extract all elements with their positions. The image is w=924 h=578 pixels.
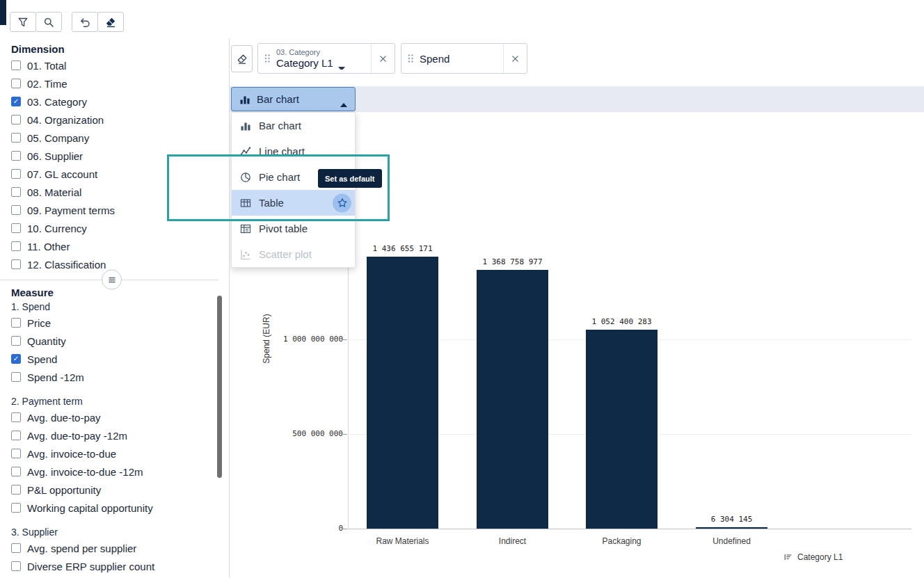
dimension-list: 01. Total02. Time✓03. Category04. Organi…	[11, 56, 229, 273]
drag-handle-icon	[264, 53, 271, 64]
checkbox-unchecked[interactable]	[11, 187, 21, 197]
checkbox-unchecked[interactable]	[11, 205, 21, 215]
checkbox-item-05-company[interactable]: 05. Company	[11, 129, 229, 147]
menu-item-table[interactable]: Table	[232, 190, 355, 216]
filter-icon	[17, 17, 29, 28]
checkbox-unchecked[interactable]	[11, 318, 21, 328]
checkbox-checked[interactable]: ✓	[11, 354, 21, 364]
remove-measure-pill-button[interactable]	[503, 44, 527, 73]
drag-handle-icon	[407, 53, 414, 64]
bar-chart-icon	[240, 120, 251, 131]
search-button[interactable]	[35, 12, 62, 32]
checkbox-item-01-total[interactable]: 01. Total	[11, 56, 229, 74]
checkbox-item-quantity[interactable]: Quantity	[11, 332, 229, 350]
bar-undefined[interactable]	[696, 527, 767, 529]
measure-pill[interactable]: Spend	[401, 43, 527, 74]
checkbox-label: Avg. due-to-pay	[27, 412, 101, 424]
checkbox-unchecked[interactable]	[11, 241, 21, 251]
clear-selection-button[interactable]	[231, 45, 253, 72]
sidebar-collapse-button[interactable]	[102, 270, 122, 290]
set-default-star-button[interactable]	[333, 193, 351, 212]
checkbox-unchecked[interactable]	[11, 259, 21, 269]
checkbox-item-p-l-opportunity[interactable]: P&L opportunity	[11, 481, 229, 499]
filter-button[interactable]	[10, 12, 36, 32]
bar-indirect[interactable]	[477, 270, 548, 529]
chart-type-dropdown-button[interactable]: Bar chart	[231, 87, 356, 111]
drag-handle[interactable]	[258, 53, 276, 64]
checkbox-item-10-currency[interactable]: 10. Currency	[11, 219, 229, 237]
x-axis-category-label: Packaging	[565, 536, 678, 546]
checkbox-unchecked[interactable]	[11, 449, 21, 458]
checkbox-unchecked[interactable]	[11, 115, 21, 125]
scatter-plot-icon	[240, 249, 251, 260]
eraser-icon	[237, 54, 248, 65]
drag-handle[interactable]	[401, 53, 420, 64]
checkbox-item-08-material[interactable]: 08. Material	[11, 183, 229, 201]
checkbox-item-avg-due-to-pay[interactable]: Avg. due-to-pay	[11, 408, 229, 426]
checkbox-item-spend[interactable]: ✓Spend	[11, 350, 229, 368]
checkbox-unchecked[interactable]	[11, 336, 21, 346]
checkbox-unchecked[interactable]	[11, 503, 21, 513]
erase-selections-button[interactable]	[97, 12, 124, 32]
checkbox-item-erp-supplier-count[interactable]: ERP supplier count	[11, 575, 229, 578]
menu-item-scatter-plot[interactable]: Scatter plot	[232, 241, 355, 267]
checkbox-label: Diverse ERP supplier count	[27, 561, 154, 572]
chart-type-menu: Bar chartLine chartPie chartTablePivot t…	[231, 112, 356, 268]
menu-item-line-chart[interactable]: Line chart	[232, 138, 355, 164]
measure-pill-text: Spend	[420, 53, 503, 65]
checkbox-checked[interactable]: ✓	[11, 97, 21, 106]
undo-erase-button-group	[72, 12, 124, 32]
checkbox-item-12-classification[interactable]: 12. Classification	[11, 255, 229, 273]
checkbox-unchecked[interactable]	[11, 561, 21, 571]
checkbox-item-11-other[interactable]: 11. Other	[11, 237, 229, 255]
checkbox-item-diverse-erp-supplier-count[interactable]: Diverse ERP supplier count	[11, 557, 229, 575]
menu-item-bar-chart[interactable]: Bar chart	[232, 113, 355, 138]
caret-down-icon[interactable]	[338, 61, 345, 65]
checkbox-item-09-payment-terms[interactable]: 09. Payment terms	[11, 201, 229, 219]
checkbox-item-04-organization[interactable]: 04. Organization	[11, 111, 229, 129]
bar-raw-materials[interactable]	[367, 257, 438, 529]
checkbox-unchecked[interactable]	[11, 133, 21, 143]
undo-button[interactable]	[72, 12, 98, 32]
hamburger-icon	[106, 274, 118, 285]
menu-item-label: Bar chart	[259, 120, 301, 131]
checkbox-unchecked[interactable]	[11, 61, 21, 70]
checkbox-unchecked[interactable]	[11, 543, 21, 553]
checkbox-unchecked[interactable]	[11, 372, 21, 382]
filter-search-button-group	[10, 12, 62, 32]
checkbox-item-06-supplier[interactable]: 06. Supplier	[11, 147, 229, 165]
checkbox-unchecked[interactable]	[11, 223, 21, 233]
checkbox-item-avg-invoice-to-due-12m[interactable]: Avg. invoice-to-due -12m	[11, 463, 229, 481]
checkbox-unchecked[interactable]	[11, 169, 21, 179]
checkbox-item-03-category[interactable]: ✓03. Category	[11, 93, 229, 111]
checkbox-unchecked[interactable]	[11, 412, 21, 422]
checkbox-unchecked[interactable]	[11, 485, 21, 495]
checkbox-item-avg-spend-per-supplier[interactable]: Avg. spend per supplier	[11, 539, 229, 557]
checkbox-item-working-capital-opportunity[interactable]: Working capital opportunity	[11, 499, 229, 517]
chart-legend[interactable]: Category L1	[783, 552, 843, 562]
checkbox-unchecked[interactable]	[11, 431, 21, 440]
remove-dimension-pill-button[interactable]	[371, 44, 395, 73]
measure-list: 1. SpendPriceQuantity✓SpendSpend -12m2. …	[11, 300, 229, 578]
bar-value-label: 6 304 145	[675, 515, 788, 524]
checkbox-item-price[interactable]: Price	[11, 314, 229, 332]
checkbox-label: 09. Payment terms	[27, 204, 115, 216]
x-axis-category-label: Raw Materials	[346, 536, 459, 546]
search-icon	[43, 17, 54, 28]
bar-packaging[interactable]	[586, 330, 658, 529]
checkbox-item-spend-12m[interactable]: Spend -12m	[11, 368, 229, 386]
checkbox-unchecked[interactable]	[11, 467, 21, 476]
x-axis-line	[348, 529, 911, 529]
menu-item-label: Table	[259, 197, 284, 209]
checkbox-item-02-time[interactable]: 02. Time	[11, 74, 229, 93]
checkbox-item-avg-due-to-pay-12m[interactable]: Avg. due-to-pay -12m	[11, 426, 229, 444]
checkbox-unchecked[interactable]	[11, 151, 21, 161]
checkbox-unchecked[interactable]	[11, 79, 21, 88]
menu-item-pivot-table[interactable]: Pivot table	[232, 216, 355, 241]
checkbox-item-07-gl-account[interactable]: 07. GL account	[11, 165, 229, 183]
dimension-pill[interactable]: 03. Category Category L1	[257, 43, 395, 74]
checkbox-item-avg-invoice-to-due[interactable]: Avg. invoice-to-due	[11, 444, 229, 463]
sidebar-scrollbar-thumb[interactable]	[217, 296, 222, 478]
left-edge-accent	[0, 0, 6, 25]
dimension-pill-value: Category L1	[276, 57, 333, 70]
